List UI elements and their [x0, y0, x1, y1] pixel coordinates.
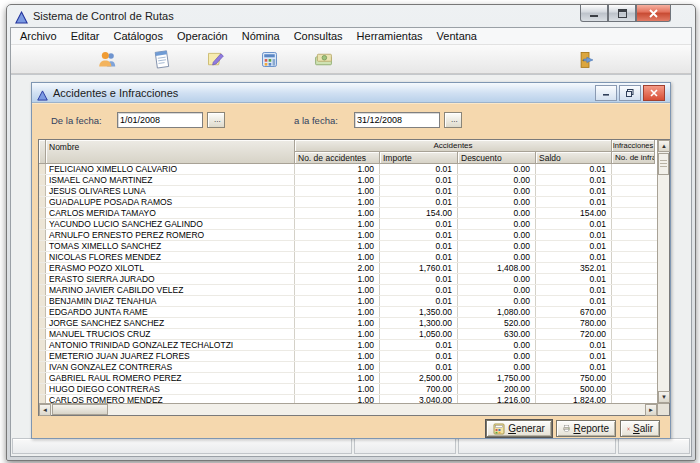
table-row[interactable]: YACUNDO LUCIO SANCHEZ GALINDO 1.00 0.01 …	[39, 219, 657, 230]
close-button[interactable]	[636, 5, 671, 22]
cell-importe: 1,300.00	[380, 318, 458, 328]
cell-importe: 154.00	[380, 208, 458, 218]
cell-descuento: 0.00	[458, 296, 536, 306]
cell-importe: 0.01	[380, 175, 458, 185]
column-header-importe[interactable]: Importe	[380, 152, 458, 164]
child-close-button[interactable]	[643, 85, 665, 101]
vertical-scroll-thumb[interactable]	[658, 153, 669, 175]
menu-herramientas[interactable]: Herramientas	[350, 28, 430, 44]
column-header-no-accidentes[interactable]: No. de accidentes	[295, 152, 380, 164]
table-row[interactable]: TOMAS XIMELLO SANCHEZ 1.00 0.01 0.00 0.0…	[39, 241, 657, 252]
child-titlebar[interactable]: Accidentes e Infracciones	[32, 83, 670, 103]
table-row[interactable]: MANUEL TRUCIOS CRUZ 1.00 1,050.00 630.00…	[39, 329, 657, 340]
table-row[interactable]: ARNULFO ERNESTO PEREZ ROMERO 1.00 0.01 0…	[39, 230, 657, 241]
from-date-input[interactable]	[117, 112, 203, 128]
table-row[interactable]: HUGO DIEGO CONTRERAS 1.00 700.00 200.00 …	[39, 384, 657, 395]
calculator-icon	[259, 49, 280, 70]
minimize-button[interactable]	[580, 5, 608, 22]
calculator-toolbar-button[interactable]	[251, 47, 287, 71]
main-titlebar[interactable]: Sistema de Control de Rutas	[7, 5, 695, 27]
table-row[interactable]: EDGARDO JUNTA RAME 1.00 1,350.00 1,080.0…	[39, 307, 657, 318]
cell-nombre: ERASTO SIERRA JURADO	[46, 274, 295, 284]
cell-nombre: TOMAS XIMELLO SANCHEZ	[46, 241, 295, 251]
grid-header: Nombre Accidentes No. de accidentes Impo…	[39, 140, 657, 164]
cell-nombre: ISMAEL CANO MARTINEZ	[46, 175, 295, 185]
vertical-scrollbar[interactable]: ▲ ▼	[657, 140, 669, 403]
table-row[interactable]: NICOLAS FLORES MENDEZ 1.00 0.01 0.00 0.0…	[39, 252, 657, 263]
cell-descuento: 1,080.00	[458, 307, 536, 317]
maximize-button[interactable]	[608, 5, 636, 22]
column-header-descuento[interactable]: Descuento	[458, 152, 536, 164]
menu-archivo[interactable]: Archivo	[13, 28, 64, 44]
to-date-input[interactable]	[354, 112, 440, 128]
data-grid: Nombre Accidentes No. de accidentes Impo…	[38, 139, 670, 416]
cell-no-infracciones	[612, 362, 655, 372]
table-row[interactable]: ERASTO SIERRA JURADO 1.00 0.01 0.00 0.01	[39, 274, 657, 285]
statusbar-panel	[354, 438, 456, 454]
cell-no-accidentes: 1.00	[295, 241, 380, 251]
table-row[interactable]: JORGE SANCHEZ SANCHEZ 1.00 1,300.00 520.…	[39, 318, 657, 329]
table-row[interactable]: FELICIANO XIMELLO CALVARIO 1.00 0.01 0.0…	[39, 164, 657, 175]
generar-button[interactable]: Generar	[486, 420, 552, 437]
to-date-label: a la fecha:	[294, 115, 338, 126]
horizontal-scrollbar[interactable]: ◄ ►	[39, 403, 657, 415]
row-indicator	[39, 252, 46, 262]
cell-nombre: MANUEL TRUCIOS CRUZ	[46, 329, 295, 339]
exit-toolbar-button[interactable]	[567, 47, 603, 71]
menu-operacion[interactable]: Operación	[170, 28, 235, 44]
cell-no-infracciones	[612, 340, 655, 350]
row-indicator	[39, 263, 46, 273]
table-row[interactable]: EMETERIO JUAN JUAREZ FLORES 1.00 0.01 0.…	[39, 351, 657, 362]
table-row[interactable]: GABRIEL RAUL ROMERO PEREZ 1.00 2,500.00 …	[39, 373, 657, 384]
cell-descuento: 1,408.00	[458, 263, 536, 273]
cell-no-infracciones	[612, 164, 655, 174]
table-row[interactable]: CARLOS MERIDA TAMAYO 1.00 154.00 0.00 15…	[39, 208, 657, 219]
cell-no-infracciones	[612, 384, 655, 394]
cell-descuento: 0.00	[458, 274, 536, 284]
table-row[interactable]: IVAN GONZALEZ CONTRERAS 1.00 0.01 0.00 0…	[39, 362, 657, 373]
menu-editar[interactable]: Editar	[64, 28, 107, 44]
table-row[interactable]: GUADALUPE POSADA RAMOS 1.00 0.01 0.00 0.…	[39, 197, 657, 208]
cell-saldo: 0.01	[536, 241, 612, 251]
cell-no-accidentes: 1.00	[295, 274, 380, 284]
table-row[interactable]: JESUS OLIVARES LUNA 1.00 0.01 0.00 0.01	[39, 186, 657, 197]
from-date-browse-button[interactable]: ...	[207, 112, 225, 128]
child-minimize-button[interactable]	[595, 85, 617, 101]
menu-catalogos[interactable]: Catálogos	[106, 28, 170, 44]
salir-button[interactable]: Salir	[620, 420, 660, 437]
column-header-no-infracciones[interactable]: No. de infrac	[612, 152, 655, 164]
column-header-nombre[interactable]: Nombre	[46, 140, 295, 164]
table-row[interactable]: MARINO JAVIER CABILDO VELEZ 1.00 0.01 0.…	[39, 285, 657, 296]
scroll-right-icon[interactable]: ►	[645, 404, 657, 416]
users-toolbar-button[interactable]	[89, 47, 125, 71]
scroll-up-icon[interactable]: ▲	[658, 140, 670, 152]
statusbar-panel	[618, 438, 690, 454]
menu-ventana[interactable]: Ventana	[430, 28, 484, 44]
table-row[interactable]: ERASMO POZO XILOTL 2.00 1,760.01 1,408.0…	[39, 263, 657, 274]
reporte-button[interactable]: Reporte	[556, 420, 616, 437]
table-row[interactable]: ISMAEL CANO MARTINEZ 1.00 0.01 0.00 0.01	[39, 175, 657, 186]
to-date-browse-button[interactable]: ...	[444, 112, 462, 128]
mdi-area: Accidentes e Infracciones De la fecha:	[11, 74, 691, 437]
column-header-saldo[interactable]: Saldo	[536, 152, 612, 164]
money-toolbar-button[interactable]	[305, 47, 341, 71]
edit-note-toolbar-button[interactable]	[197, 47, 233, 71]
cell-saldo: 0.01	[536, 296, 612, 306]
horizontal-scroll-thumb[interactable]	[52, 404, 108, 415]
table-row[interactable]: ANTONIO TRINIDAD GONZALEZ TECHALOTZI 1.0…	[39, 340, 657, 351]
menu-consultas[interactable]: Consultas	[287, 28, 350, 44]
cell-nombre: ANTONIO TRINIDAD GONZALEZ TECHALOTZI	[46, 340, 295, 350]
table-row[interactable]: CARLOS ROMERO MENDEZ 1.00 3,040.00 1,216…	[39, 395, 657, 403]
child-window-accidentes: Accidentes e Infracciones De la fecha:	[31, 82, 671, 439]
document-toolbar-button[interactable]	[143, 47, 179, 71]
scroll-down-icon[interactable]: ▼	[658, 391, 670, 403]
cell-saldo: 0.01	[536, 175, 612, 185]
cell-importe: 1,760.01	[380, 263, 458, 273]
menu-nomina[interactable]: Nómina	[235, 28, 287, 44]
table-row[interactable]: BENJAMIN DIAZ TENAHUA 1.00 0.01 0.00 0.0…	[39, 296, 657, 307]
row-indicator	[39, 186, 46, 196]
child-restore-button[interactable]	[619, 85, 641, 101]
scroll-left-icon[interactable]: ◄	[39, 404, 51, 416]
row-indicator	[39, 285, 46, 295]
cell-no-accidentes: 1.00	[295, 186, 380, 196]
